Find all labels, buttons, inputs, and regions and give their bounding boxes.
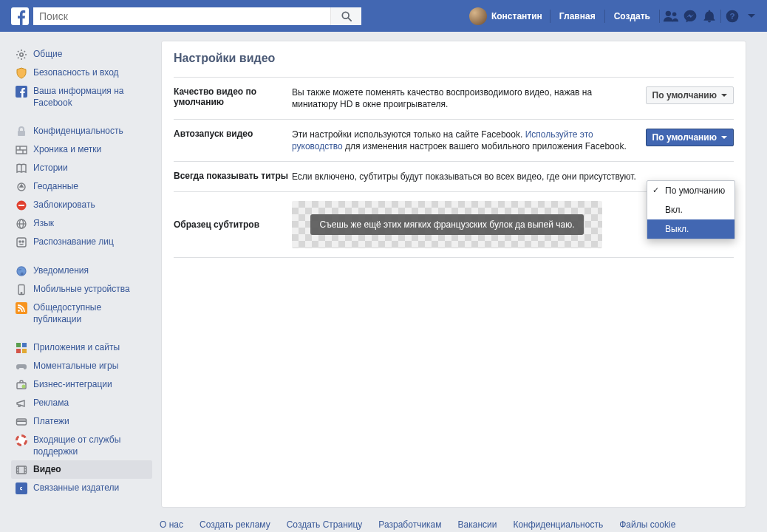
sidebar-item-label: Связанные издатели (33, 482, 119, 494)
dropdown-option-on[interactable]: Вкл. (647, 200, 734, 219)
nav-create[interactable]: Создать (607, 6, 658, 26)
account-menu-icon[interactable] (742, 7, 761, 26)
sidebar-item[interactable]: Бизнес-интеграции (11, 375, 152, 394)
sidebar-item-label: Ваша информация на Facebook (33, 85, 144, 109)
dropdown-option-off[interactable]: Выкл. (647, 219, 734, 239)
sidebar-item[interactable]: Моментальные игры (11, 357, 152, 375)
sidebar-item-label: Язык (33, 217, 54, 229)
chevron-down-icon (721, 136, 727, 139)
footer-link[interactable]: Создать Страницу (287, 519, 363, 530)
footer-link[interactable]: Разработчикам (378, 519, 441, 530)
footer-link[interactable]: Вакансии (458, 519, 497, 530)
sidebar-item[interactable]: Видео (11, 460, 152, 479)
svg-rect-9 (18, 131, 25, 136)
wall-icon (16, 144, 27, 156)
svg-point-3 (666, 10, 671, 16)
sidebar-item-label: Бизнес-интеграции (33, 378, 112, 390)
avatar (469, 7, 487, 25)
subtitle-sample-text: Съешь же ещё этих мягких французских бул… (310, 214, 583, 235)
rss-icon (16, 302, 27, 314)
setting-row-quality: Качество видео по умолчанию Вы также мож… (174, 78, 734, 120)
sidebar-item[interactable]: Платежи (11, 412, 152, 431)
dropdown-option-default[interactable]: По умолчанию (647, 181, 734, 200)
svg-point-22 (19, 241, 21, 242)
setting-label: Всегда показывать титры (174, 171, 292, 181)
sidebar-item[interactable]: Язык (11, 214, 152, 233)
svg-rect-17 (18, 205, 24, 206)
sidebar-item-label: Мобильные устройства (33, 283, 130, 295)
sidebar-item[interactable]: Конфиденциальность (11, 122, 152, 140)
sidebar-item[interactable]: Связанные издатели (11, 479, 152, 497)
topbar: Константин Главная Создать ? (0, 0, 767, 32)
sidebar-item[interactable]: Истории (11, 159, 152, 177)
face-icon (16, 236, 27, 248)
film-icon (16, 464, 27, 476)
sidebar-item[interactable]: Безопасность и вход (11, 64, 152, 82)
svg-line-2 (348, 18, 351, 21)
footer-link[interactable]: Создать рекламу (200, 519, 270, 530)
setting-label: Образец субтитров (174, 219, 292, 230)
sidebar-item[interactable]: Ваша информация на Facebook (11, 82, 152, 112)
sidebar-item[interactable]: Заблокировать (11, 196, 152, 214)
search-button[interactable] (330, 7, 361, 25)
sidebar-item[interactable]: Приложения и сайты (11, 338, 152, 357)
gear-icon (16, 49, 27, 61)
location-icon (16, 181, 27, 193)
megaphone-icon (16, 398, 27, 409)
messenger-icon[interactable] (681, 7, 700, 26)
sidebar-item[interactable]: Геоданные (11, 177, 152, 196)
sidebar-item-label: Хроника и метки (33, 143, 101, 155)
sidebar-item[interactable]: Уведомления (11, 262, 152, 280)
footer-link[interactable]: Конфиденциальность (513, 519, 603, 530)
sidebar-item-label: Общедоступные публикации (33, 301, 144, 325)
autoplay-select-label: По умолчанию (652, 132, 717, 143)
svg-point-34 (22, 385, 26, 389)
globe-lang-icon (16, 218, 27, 230)
svg-point-26 (21, 293, 22, 294)
svg-point-28 (18, 310, 20, 312)
globe-icon (16, 265, 27, 277)
profile-link[interactable]: Константин (463, 7, 548, 25)
svg-point-23 (22, 241, 24, 242)
sidebar-item-label: Конфиденциальность (33, 125, 123, 137)
settings-main: Настройки видео Качество видео по умолча… (161, 41, 746, 508)
sidebar-item[interactable]: Общедоступные публикации (11, 299, 152, 328)
notifications-icon[interactable] (700, 7, 719, 26)
sidebar-item-label: Геоданные (33, 180, 78, 192)
sidebar-item-label: Истории (33, 162, 68, 174)
svg-rect-21 (17, 238, 26, 247)
block-icon (16, 200, 27, 211)
help-icon[interactable]: ? (723, 7, 742, 26)
sidebar-item[interactable]: Реклама (11, 394, 152, 412)
nav-home[interactable]: Главная (552, 6, 603, 26)
page-title: Настройки видео (174, 52, 734, 78)
gamepad-icon (16, 361, 27, 372)
search-input[interactable] (33, 7, 330, 25)
svg-point-7 (20, 53, 23, 56)
mobile-icon (16, 284, 27, 296)
autoplay-select[interactable]: По умолчанию (646, 129, 734, 146)
sidebar-item[interactable]: Хроника и метки (11, 140, 152, 159)
friend-requests-icon[interactable] (661, 7, 681, 26)
sidebar-item[interactable]: Распознавание лиц (11, 233, 152, 251)
fb-square-icon (16, 86, 27, 98)
sidebar-item-label: Входящие от службы поддержки (33, 434, 144, 457)
setting-label: Автозапуск видео (174, 129, 292, 139)
svg-rect-31 (16, 349, 21, 353)
profile-name: Константин (491, 11, 542, 21)
apps-icon (16, 342, 27, 354)
facebook-logo-icon[interactable] (11, 7, 29, 25)
quality-select[interactable]: По умолчанию (646, 86, 734, 104)
setting-row-autoplay: Автозапуск видео Эти настройки использую… (174, 120, 734, 162)
setting-label: Качество видео по умолчанию (174, 86, 292, 107)
lifebuoy-icon (16, 434, 27, 446)
setting-desc: Эти настройки используются только на сай… (292, 129, 645, 152)
sidebar-item[interactable]: Общие (11, 45, 152, 64)
sidebar-item-label: Безопасность и вход (33, 66, 119, 78)
footer-link[interactable]: О нас (160, 519, 183, 530)
sidebar-item[interactable]: Входящие от службы поддержки (11, 431, 152, 460)
svg-rect-27 (16, 302, 27, 314)
footer-link[interactable]: Файлы cookie (619, 519, 675, 530)
sidebar-item[interactable]: Мобильные устройства (11, 280, 152, 299)
sidebar-item-label: Заблокировать (33, 199, 95, 211)
